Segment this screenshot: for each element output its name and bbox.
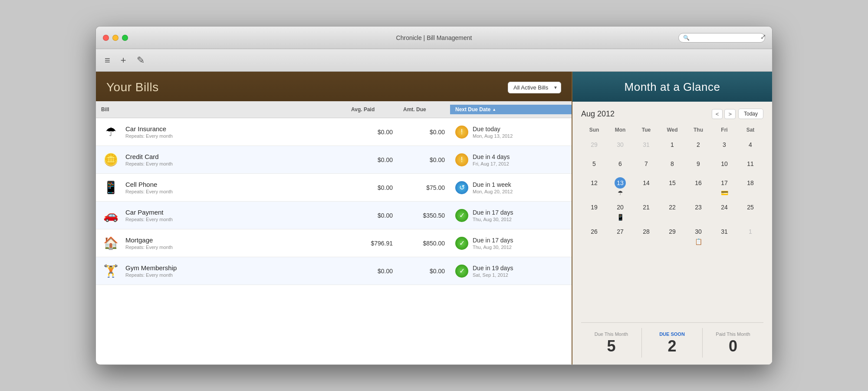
bill-icon: 🏠	[101, 234, 120, 253]
due-sub: Thu, Aug 30, 2012	[473, 217, 513, 222]
bills-header: Your Bills All Active Bills Paid Bills A…	[96, 72, 572, 101]
due-cell: ! Due in 4 days Fri, Aug 17, 2012	[450, 150, 572, 170]
due-status-icon: !	[455, 126, 468, 139]
day-number: 8	[667, 158, 678, 169]
due-cell: ! Due today Mon, Aug 13, 2012	[450, 122, 572, 142]
amt-due-cell: $850.00	[398, 236, 450, 250]
calendar-day[interactable]: 31	[633, 136, 659, 156]
search-box[interactable]: 🔍	[678, 33, 765, 43]
cal-prev-button[interactable]: <	[712, 109, 723, 119]
due-cell: ✓ Due in 17 days Thu, Aug 30, 2012	[450, 205, 572, 225]
calendar-day[interactable]: 4	[737, 136, 763, 156]
col-amt-due: Amt. Due	[398, 105, 450, 114]
filter-dropdown[interactable]: All Active Bills Paid Bills All Bills	[508, 82, 561, 93]
calendar-dow: Mon	[607, 125, 633, 136]
calendar-day[interactable]: 12	[581, 175, 607, 199]
cal-next-button[interactable]: >	[724, 109, 736, 119]
calendar-day[interactable]: 3	[711, 136, 737, 156]
calendar-day[interactable]: 1	[737, 223, 763, 248]
calendar-day[interactable]: 30	[607, 136, 633, 156]
calendar-day[interactable]: 17💳	[711, 175, 737, 199]
search-input[interactable]	[691, 35, 760, 41]
amt-due-cell: $75.00	[398, 181, 450, 195]
add-icon[interactable]: +	[121, 55, 126, 66]
calendar-day[interactable]: 20📱	[607, 199, 633, 223]
day-bill-icon: ☂	[618, 189, 623, 196]
day-number: 24	[719, 202, 730, 213]
calendar-dow: Thu	[685, 125, 711, 136]
calendar-day[interactable]: 15	[659, 175, 685, 199]
calendar-day[interactable]: 11	[737, 156, 763, 175]
expand-icon[interactable]: ⤢	[760, 33, 766, 41]
cal-today-button[interactable]: Today	[738, 109, 763, 119]
due-main: Due in 4 days	[473, 153, 510, 160]
day-number: 9	[693, 158, 704, 169]
calendar-day[interactable]: 14	[633, 175, 659, 199]
day-number: 19	[589, 202, 600, 213]
close-button[interactable]	[103, 35, 109, 41]
list-icon[interactable]: ≡	[105, 55, 110, 66]
calendar-day[interactable]: 9	[685, 156, 711, 175]
day-number: 23	[693, 202, 704, 213]
calendar-dow: Sat	[737, 125, 763, 136]
table-row[interactable]: 🏋 Gym Membership Repeats: Every month $0…	[96, 257, 572, 285]
calendar-day[interactable]: 31	[711, 223, 737, 248]
calendar-day[interactable]: 22	[659, 199, 685, 223]
edit-icon[interactable]: ✎	[137, 55, 145, 66]
col-next-due[interactable]: Next Due Date	[450, 105, 572, 114]
calendar-day[interactable]: 16	[685, 175, 711, 199]
calendar-day[interactable]: 24	[711, 199, 737, 223]
due-this-month: Due This Month 5	[581, 328, 642, 358]
calendar-day[interactable]: 10	[711, 156, 737, 175]
calendar-day[interactable]: 26	[581, 223, 607, 248]
day-number: 7	[641, 158, 652, 169]
table-row[interactable]: 🪙 Credit Card Repeats: Every month $0.00…	[96, 146, 572, 174]
calendar-day[interactable]: 6	[607, 156, 633, 175]
table-row[interactable]: ☂ Car Insurance Repeats: Every month $0.…	[96, 118, 572, 146]
calendar-day[interactable]: 27	[607, 223, 633, 248]
due-main: Due in 19 days	[473, 265, 513, 272]
calendar-dow: Wed	[659, 125, 685, 136]
calendar-day[interactable]: 1	[659, 136, 685, 156]
calendar-panel: Month at a Glance Aug 2012 < > Today Sun…	[572, 72, 772, 364]
due-soon: DUE SOON 2	[642, 328, 703, 358]
calendar-day[interactable]: 7	[633, 156, 659, 175]
calendar-day[interactable]: 5	[581, 156, 607, 175]
due-main: Due today	[473, 126, 513, 133]
calendar-day[interactable]: 28	[633, 223, 659, 248]
due-main: Due in 1 week	[473, 181, 513, 188]
due-main: Due in 17 days	[473, 237, 513, 244]
calendar-day[interactable]: 2	[685, 136, 711, 156]
calendar-day[interactable]: 21	[633, 199, 659, 223]
calendar-day[interactable]: 19	[581, 199, 607, 223]
calendar-day[interactable]: 18	[737, 175, 763, 199]
day-number: 4	[745, 139, 756, 150]
calendar-day[interactable]: 23	[685, 199, 711, 223]
filter-container[interactable]: All Active Bills Paid Bills All Bills ▼	[508, 82, 561, 93]
cal-prev-next: < >	[712, 109, 736, 119]
calendar-month-year: Aug 2012	[581, 109, 615, 119]
day-number: 21	[641, 202, 652, 213]
amt-due-cell: $0.00	[398, 264, 450, 278]
bill-icon: ☂	[101, 123, 120, 142]
minimize-button[interactable]	[112, 35, 118, 41]
avg-paid-cell: $0.00	[346, 209, 398, 222]
amt-due-cell: $0.00	[398, 125, 450, 139]
calendar-day[interactable]: 8	[659, 156, 685, 175]
calendar-day[interactable]: 13☂	[607, 175, 633, 199]
calendar-day[interactable]: 29	[581, 136, 607, 156]
day-bill-icon: 💳	[721, 189, 728, 196]
table-row[interactable]: 📱 Cell Phone Repeats: Every month $0.00 …	[96, 174, 572, 202]
bill-cell: 🏠 Mortgage Repeats: Every month	[96, 230, 346, 256]
avg-paid-cell: $0.00	[346, 153, 398, 167]
day-number: 12	[589, 177, 600, 189]
table-row[interactable]: 🏠 Mortgage Repeats: Every month $796.91 …	[96, 229, 572, 257]
calendar-day[interactable]: 29	[659, 223, 685, 248]
calendar-day[interactable]: 25	[737, 199, 763, 223]
calendar-day[interactable]: 30📋	[685, 223, 711, 248]
table-row[interactable]: 🚗 Car Payment Repeats: Every month $0.00…	[96, 202, 572, 229]
bill-icon: 🪙	[101, 150, 120, 169]
calendar-title: Month at a Glance	[583, 80, 762, 94]
zoom-button[interactable]	[122, 35, 128, 41]
day-number: 22	[667, 202, 678, 213]
